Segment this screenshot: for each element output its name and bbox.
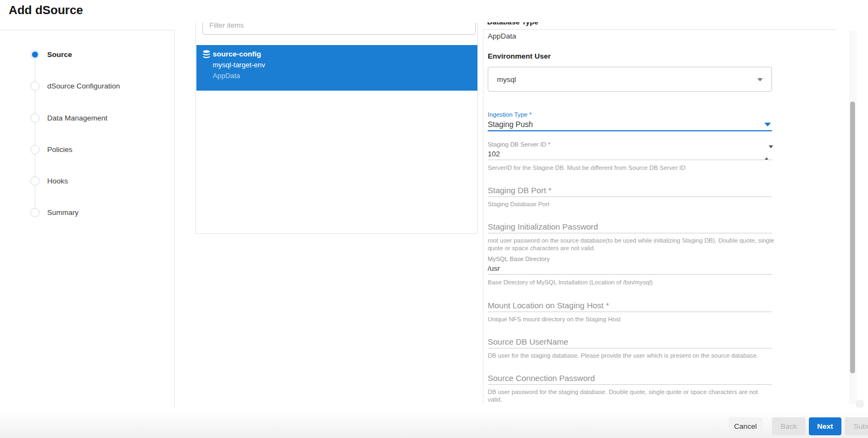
staging-db-server-id-label: Staging DB Server ID * — [488, 141, 772, 148]
mount-location-input[interactable]: Mount Location on Staging Host * — [488, 301, 772, 310]
staging-db-server-id-helper: ServerID for the Stagine DB. Must be dif… — [488, 164, 772, 172]
environment-user-value: mysql — [497, 75, 516, 84]
source-db-username-input[interactable]: Source DB UserName — [488, 337, 772, 346]
staging-init-password-helper: root user password on the source databas… — [488, 237, 776, 252]
dropdown-arrow-icon[interactable] — [764, 123, 771, 126]
step-label: Source — [47, 50, 72, 59]
environment-user-select[interactable]: mysql — [488, 67, 772, 92]
mysql-base-directory-label: MySQL Base Directory — [488, 256, 772, 262]
field-underline — [488, 348, 772, 348]
staging-db-port-helper: Staging Database Port — [488, 200, 772, 208]
cancel-button[interactable]: Cancel — [729, 417, 762, 435]
staging-db-port-input[interactable]: Staging DB Port * — [488, 186, 772, 195]
header-divider — [0, 30, 175, 30]
step-hooks[interactable]: Hooks — [30, 176, 68, 186]
mysql-base-directory-helper: Base Directory of MySQL Installation (Lo… — [488, 278, 772, 286]
next-button[interactable]: Next — [809, 417, 841, 435]
source-config-name: source-config — [213, 49, 265, 60]
step-active-dot-icon — [30, 50, 40, 59]
database-icon — [202, 50, 210, 62]
scrollbar-thumb[interactable] — [850, 101, 855, 373]
staging-db-server-id-input[interactable]: 102 — [488, 150, 772, 158]
database-type-value: AppData — [488, 32, 772, 40]
step-label: Policies — [47, 145, 73, 154]
sidebar-divider — [174, 30, 175, 408]
mysql-base-directory-input[interactable]: /usr — [488, 264, 772, 272]
source-type: AppData — [213, 71, 265, 81]
source-db-username-helper: DB user for the staging database. Please… — [488, 352, 772, 359]
step-dot-icon — [30, 113, 40, 123]
dsource-form-panel: AppData Environment User mysql Ingestion… — [483, 29, 836, 404]
step-label: Summary — [47, 208, 79, 217]
filter-input[interactable] — [202, 23, 476, 35]
field-underline — [488, 233, 772, 233]
step-label: dSource Configuration — [47, 82, 120, 90]
step-policies[interactable]: Policies — [30, 144, 73, 154]
submit-button[interactable]: Submit — [845, 417, 868, 435]
mount-location-helper: Unique NFS mount directory on the Stagin… — [488, 315, 772, 323]
step-dot-icon — [30, 81, 40, 91]
step-dsource-configuration[interactable]: dSource Configuration — [30, 81, 120, 91]
field-underline — [488, 274, 772, 275]
field-underline — [488, 196, 772, 197]
stepper-connector-line — [35, 54, 35, 212]
ingestion-type-value[interactable]: Staging Push — [488, 120, 772, 129]
scrollbar-corner — [856, 400, 864, 408]
source-list-panel: source-config mysql-target-env AppData — [195, 23, 478, 234]
step-source[interactable]: Source — [30, 49, 72, 59]
step-summary[interactable]: Summary — [30, 207, 79, 217]
staging-init-password-input[interactable]: Staging Initialization Password — [488, 222, 772, 231]
environment-user-label: Environment User — [488, 52, 772, 60]
ingestion-type-label: Ingestion Type * — [488, 111, 772, 118]
field-underline — [488, 160, 772, 160]
step-label: Hooks — [47, 177, 68, 185]
source-list-item-selected[interactable]: source-config mysql-target-env AppData — [196, 45, 478, 91]
page-title: Add dSource — [9, 3, 83, 17]
ingestion-type-underline — [488, 130, 772, 131]
add-dsource-wizard: Add dSource Source dSource Configuration… — [0, 0, 868, 438]
field-underline — [488, 384, 772, 385]
step-data-management[interactable]: Data Management — [30, 113, 107, 123]
step-dot-icon — [30, 208, 40, 217]
chevron-down-icon — [757, 78, 763, 81]
number-stepper-icon[interactable] — [764, 148, 771, 158]
source-connection-password-helper: DB user password for the staging databas… — [488, 388, 772, 403]
step-label: Data Management — [47, 114, 107, 122]
source-connection-password-input[interactable]: Source Connection Password — [488, 373, 772, 383]
step-dot-icon — [30, 145, 40, 154]
source-environment: mysql-target-env — [213, 60, 265, 71]
back-button[interactable]: Back — [772, 417, 806, 435]
clipped-database-type-label: Database Type — [487, 22, 596, 29]
field-underline — [488, 312, 772, 312]
step-dot-icon — [30, 176, 40, 186]
